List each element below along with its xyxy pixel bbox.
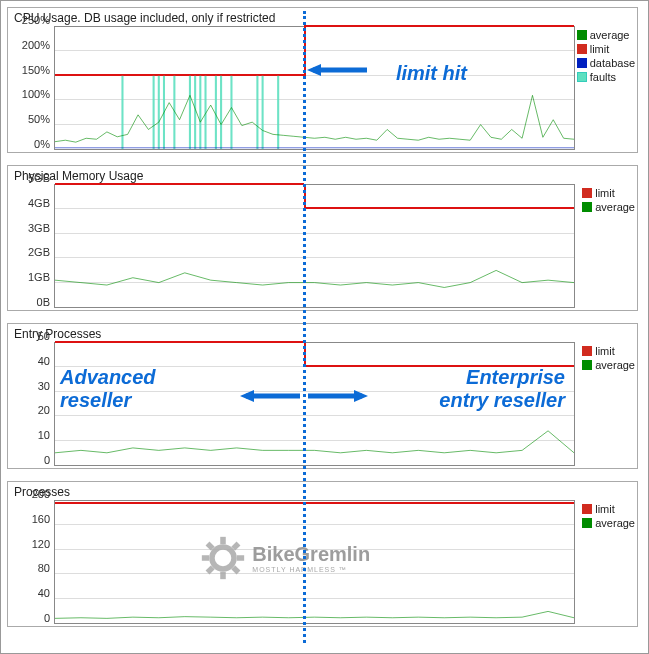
ytick: 120	[8, 538, 50, 550]
legend: limit average	[582, 344, 635, 372]
svg-rect-26	[237, 555, 244, 561]
ytick: 40	[8, 587, 50, 599]
ytick: 3GB	[8, 222, 50, 234]
svg-marker-19	[240, 390, 254, 402]
ytick: 30	[8, 380, 50, 392]
svg-marker-21	[354, 390, 368, 402]
panel-cpu: CPU Usage. DB usage included, only if re…	[7, 7, 638, 153]
ytick: 4GB	[8, 197, 50, 209]
watermark-name: BikeGremlin	[252, 543, 370, 566]
legend-item: limit	[595, 186, 615, 200]
svg-rect-23	[221, 537, 227, 544]
ytick: 50%	[8, 113, 50, 125]
legend-item: limit	[595, 344, 615, 358]
ytick: 0	[8, 612, 50, 624]
arrow-left-icon	[240, 389, 300, 403]
annotation-right-plan: Enterprise entry reseller	[439, 366, 565, 412]
svg-marker-17	[307, 64, 321, 76]
gear-icon	[200, 535, 246, 581]
legend-item: average	[595, 516, 635, 530]
ytick: 1GB	[8, 271, 50, 283]
watermark: BikeGremlin MOSTLY HARMLESS ™	[200, 535, 370, 581]
legend-item: average	[595, 358, 635, 372]
svg-rect-24	[221, 572, 227, 579]
ytick: 80	[8, 562, 50, 574]
svg-point-22	[212, 547, 234, 569]
ytick: 200	[8, 488, 50, 500]
panel-title: Processes	[8, 482, 637, 500]
ytick: 200%	[8, 39, 50, 51]
legend-item: limit	[590, 42, 610, 56]
panel-title: Entry Processes	[8, 324, 637, 342]
ytick: 250%	[8, 14, 50, 26]
legend-item: database	[590, 56, 635, 70]
panel-entry-processes: Entry Processes 0 10 20 30 40 50 limit a…	[7, 323, 638, 469]
ytick: 0%	[8, 138, 50, 150]
ytick: 150%	[8, 64, 50, 76]
ytick: 100%	[8, 88, 50, 100]
ytick: 0B	[8, 296, 50, 308]
plot-area	[54, 184, 575, 308]
ytick: 10	[8, 429, 50, 441]
plan-divider	[303, 11, 306, 643]
panel-title: CPU Usage. DB usage included, only if re…	[8, 8, 637, 26]
ytick: 20	[8, 404, 50, 416]
arrow-left-icon	[307, 63, 367, 77]
legend-item: faults	[590, 70, 616, 84]
dashboard: CPU Usage. DB usage included, only if re…	[0, 0, 649, 654]
ytick: 5GB	[8, 172, 50, 184]
mem-series	[55, 185, 574, 307]
ytick: 40	[8, 355, 50, 367]
panel-title: Physical Memory Usage	[8, 166, 637, 184]
ytick: 160	[8, 513, 50, 525]
watermark-sub: MOSTLY HARMLESS ™	[252, 566, 370, 573]
annotation-left-plan: Advanced reseller	[60, 366, 156, 412]
legend-item: limit	[595, 502, 615, 516]
legend-item: average	[590, 28, 630, 42]
legend: limit average	[582, 186, 635, 214]
panel-processes: Processes 0 40 80 120 160 200 limit aver…	[7, 481, 638, 627]
legend: average limit database faults	[577, 28, 635, 84]
arrow-right-icon	[308, 389, 368, 403]
svg-rect-25	[202, 555, 209, 561]
ytick: 50	[8, 330, 50, 342]
cpu-series	[55, 27, 574, 149]
annotation-limit-hit: limit hit	[396, 62, 467, 85]
plot-area: BikeGremlin MOSTLY HARMLESS ™	[54, 500, 575, 624]
legend-item: average	[595, 200, 635, 214]
panel-memory: Physical Memory Usage 0B 1GB 2GB 3GB 4GB…	[7, 165, 638, 311]
plot-area	[54, 26, 575, 150]
ytick: 0	[8, 454, 50, 466]
legend: limit average	[582, 502, 635, 530]
ytick: 2GB	[8, 246, 50, 258]
